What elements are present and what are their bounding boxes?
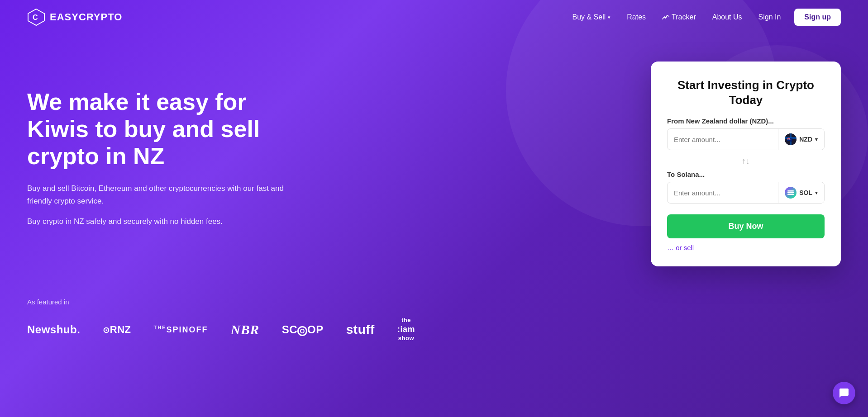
to-currency-selector[interactable]: SOL ▾ (778, 182, 824, 203)
svg-rect-7 (787, 192, 794, 194)
logo[interactable]: C EASYCRYPTO (27, 8, 122, 26)
featured-section: As featured in Newshub. ⊙RNZ THESPINOFF … (0, 284, 868, 360)
nav-links: Buy & Sell ▾ Rates Tracker About Us Sign… (566, 9, 841, 26)
to-currency-code: SOL (799, 189, 812, 196)
brand-stuff: stuff (346, 322, 375, 337)
nav-rates[interactable]: Rates (620, 9, 652, 25)
brand-iamshow: the:iamshow (397, 317, 415, 342)
brand-nbr: NBR (231, 322, 259, 337)
signup-button[interactable]: Sign up (794, 9, 841, 26)
from-currency-selector[interactable]: 🇳🇿 NZD ▾ (778, 129, 824, 150)
from-currency-chevron-icon: ▾ (815, 137, 818, 142)
invest-widget: Start Investing in Crypto Today From New… (651, 62, 841, 266)
brand-rnz: ⊙RNZ (103, 324, 131, 336)
brand-spinoff: THESPINOFF (154, 325, 208, 335)
to-amount-input[interactable] (668, 183, 778, 203)
nzd-flag: 🇳🇿 (785, 133, 796, 145)
logo-text: EASYCRYPTO (50, 11, 122, 23)
hero-section: We make it easy for Kiwis to buy and sel… (0, 34, 868, 284)
svg-rect-8 (787, 194, 794, 195)
svg-text:🇳🇿: 🇳🇿 (787, 137, 793, 142)
to-currency-chevron-icon: ▾ (815, 190, 818, 196)
brand-newshub: Newshub. (27, 323, 80, 336)
widget-title: Start Investing in Crypto Today (667, 78, 825, 107)
navbar: C EASYCRYPTO Buy & Sell ▾ Rates Tracker … (0, 0, 868, 34)
tracker-icon (662, 14, 669, 21)
nzd-flag-icon: 🇳🇿 (785, 133, 796, 145)
hero-title: We make it easy for Kiwis to buy and sel… (27, 89, 308, 170)
nav-about-us[interactable]: About Us (706, 9, 749, 25)
hero-left: We make it easy for Kiwis to buy and sel… (27, 62, 308, 227)
to-input-group: SOL ▾ (667, 182, 825, 204)
from-input-group: 🇳🇿 NZD ▾ (667, 128, 825, 150)
from-label: From New Zealand dollar (NZD)... (667, 117, 825, 125)
chat-icon (839, 388, 849, 398)
svg-rect-6 (787, 190, 794, 192)
hero-desc1: Buy and sell Bitcoin, Ethereum and other… (27, 182, 308, 207)
swap-arrows-button[interactable]: ↑↓ (667, 156, 825, 166)
featured-logos: Newshub. ⊙RNZ THESPINOFF NBR SCOOP stuff… (27, 317, 841, 342)
or-sell-link[interactable]: … or sell (667, 244, 694, 251)
featured-label: As featured in (27, 298, 841, 306)
hero-desc2: Buy crypto in NZ safely and securely wit… (27, 215, 308, 227)
chat-bubble-button[interactable] (833, 382, 855, 404)
buy-sell-chevron-icon: ▾ (608, 14, 610, 20)
solana-icon (787, 189, 795, 197)
brand-scoop: SCOOP (282, 323, 324, 336)
svg-text:C: C (33, 14, 38, 21)
nav-tracker[interactable]: Tracker (656, 9, 702, 25)
to-label: To Solana... (667, 171, 825, 178)
logo-icon: C (27, 8, 45, 26)
buy-now-button[interactable]: Buy Now (667, 214, 825, 238)
from-amount-input[interactable] (668, 129, 778, 150)
from-currency-code: NZD (799, 136, 812, 143)
nav-buy-sell[interactable]: Buy & Sell ▾ (566, 9, 617, 25)
nav-sign-in[interactable]: Sign In (752, 9, 787, 25)
sol-icon (785, 187, 796, 199)
